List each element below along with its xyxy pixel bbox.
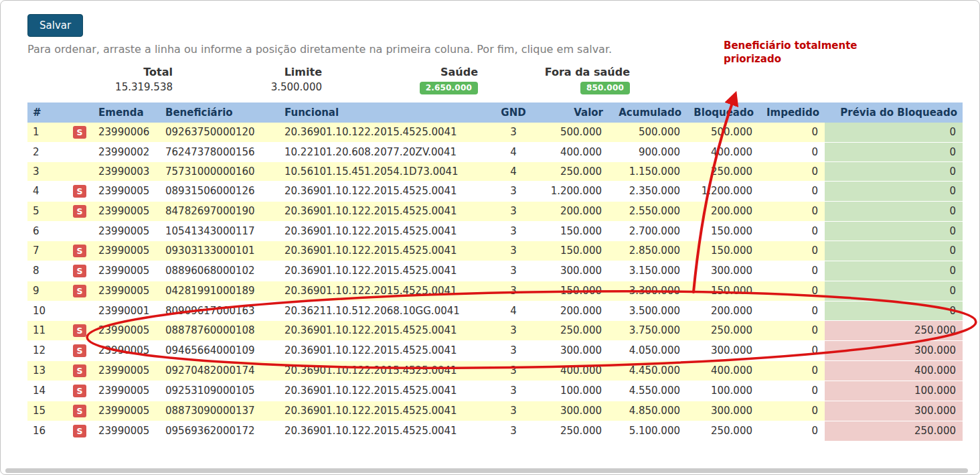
funcional-cell: 20.36901.10.122.2015.4525.0041 — [279, 241, 493, 261]
previa-cell: 250.000 — [825, 421, 963, 441]
saude-indicator-cell — [68, 221, 93, 241]
saude-indicator-cell: S — [68, 201, 93, 221]
table-row[interactable]: 14S239900050925310900010520.36901.10.122… — [27, 381, 963, 401]
previa-cell: 0 — [825, 241, 963, 261]
beneficiario-cell: 08878760000108 — [160, 320, 279, 340]
row-position-cell[interactable]: 4 — [27, 181, 68, 201]
table-row[interactable]: 5S239900058478269700019020.36901.10.122.… — [27, 201, 963, 221]
emenda-cell: 23990002 — [93, 142, 160, 161]
save-button[interactable]: Salvar — [27, 14, 83, 37]
row-position-cell[interactable]: 3 — [27, 161, 68, 181]
saude-indicator-icon: S — [73, 126, 86, 139]
acumulado-cell: 900.000 — [608, 142, 687, 161]
emenda-cell: 23990005 — [93, 221, 160, 241]
table-row[interactable]: 6239900051054134300011720.36901.10.122.2… — [27, 221, 963, 241]
acumulado-cell: 2.850.000 — [608, 241, 687, 261]
saude-indicator-cell: S — [68, 381, 93, 401]
funcional-cell: 20.36901.10.122.2015.4525.0041 — [279, 201, 493, 221]
previa-cell: 0 — [825, 201, 963, 221]
previa-cell: 0 — [825, 181, 963, 201]
row-position-cell[interactable]: 9 — [27, 281, 68, 301]
previa-cell: 0 — [825, 261, 963, 281]
row-position-cell[interactable]: 1 — [27, 123, 68, 143]
funcional-cell: 20.36901.10.122.2015.4525.0041 — [279, 261, 493, 281]
impedido-cell: 0 — [759, 360, 825, 381]
acumulado-cell: 5.100.000 — [608, 421, 687, 441]
row-position-cell[interactable]: 8 — [27, 261, 68, 281]
previa-cell: 400.000 — [825, 360, 963, 381]
row-position-cell[interactable]: 2 — [27, 142, 68, 161]
gnd-cell: 3 — [493, 221, 534, 241]
row-position-cell[interactable]: 13 — [27, 360, 68, 381]
valor-cell: 200.000 — [534, 201, 608, 221]
row-position-cell[interactable]: 6 — [27, 221, 68, 241]
table-row[interactable]: 2239900027624737800015610.22101.20.608.2… — [27, 142, 963, 161]
table-row[interactable]: 9S239900050428199100018920.36901.10.122.… — [27, 281, 963, 301]
summary-bar: Total 15.319.538 Limite 3.500.000 Saúde … — [27, 66, 961, 94]
bloqueado-cell: 300.000 — [687, 401, 759, 421]
emenda-cell: 23990005 — [93, 201, 160, 221]
impedido-cell: 0 — [759, 241, 825, 261]
beneficiario-cell: 09465664000109 — [160, 340, 279, 360]
row-position-cell[interactable]: 15 — [27, 401, 68, 421]
summary-limite: Limite 3.500.000 — [173, 66, 322, 94]
acumulado-cell: 3.500.000 — [608, 301, 687, 320]
acumulado-cell: 2.350.000 — [608, 181, 687, 201]
saude-indicator-icon: S — [73, 385, 86, 397]
impedido-cell: 0 — [759, 340, 825, 360]
beneficiario-cell: 76247378000156 — [160, 142, 279, 161]
saude-indicator-icon: S — [73, 425, 86, 437]
saude-indicator-icon: S — [73, 324, 86, 337]
horizontal-scrollbar[interactable] — [5, 468, 968, 473]
beneficiario-cell: 08931506000126 — [160, 181, 279, 201]
table-row[interactable]: 7S239900050930313300010120.36901.10.122.… — [27, 241, 963, 261]
impedido-cell: 0 — [759, 161, 825, 181]
gnd-cell: 3 — [493, 201, 534, 221]
row-position-cell[interactable]: 7 — [27, 241, 68, 261]
table-row[interactable]: 3239900037573100000016010.56101.15.451.2… — [27, 161, 963, 181]
table-row[interactable]: 1S239900060926375000012020.36901.10.122.… — [27, 123, 963, 143]
saude-indicator-cell: S — [68, 340, 93, 360]
valor-cell: 150.000 — [534, 281, 608, 301]
impedido-cell: 0 — [759, 421, 825, 441]
table-row[interactable]: 8S239900050889606800010220.36901.10.122.… — [27, 261, 963, 281]
summary-fora-da-saude-label: Fora da saúde — [478, 66, 630, 78]
column-header-pos: # — [27, 103, 68, 123]
emenda-cell: 23990005 — [93, 421, 160, 441]
table-row[interactable]: 16S239900050956936200017220.36901.10.122… — [27, 421, 963, 441]
beneficiario-cell: 75731000000160 — [160, 161, 279, 181]
row-position-cell[interactable]: 10 — [27, 301, 68, 320]
table-row[interactable]: 11S239900050887876000010820.36901.10.122… — [27, 320, 963, 340]
row-position-cell[interactable]: 11 — [27, 320, 68, 340]
emenda-cell: 23990001 — [93, 301, 160, 320]
row-position-cell[interactable]: 5 — [27, 201, 68, 221]
valor-cell: 100.000 — [534, 381, 608, 401]
table-row[interactable]: 12S239900050946566400010920.36901.10.122… — [27, 340, 963, 360]
bloqueado-cell: 200.000 — [687, 301, 759, 320]
summary-saude-label: Saúde — [322, 66, 478, 78]
valor-cell: 300.000 — [534, 401, 608, 421]
impedido-cell: 0 — [759, 261, 825, 281]
table-row[interactable]: 10239900018090961700016320.36211.10.512.… — [27, 301, 963, 320]
table-row[interactable]: 15S239900050887309000013720.36901.10.122… — [27, 401, 963, 421]
emenda-cell: 23990005 — [93, 181, 160, 201]
beneficiario-cell: 84782697000190 — [160, 201, 279, 221]
table-row[interactable]: 4S239900050893150600012620.36901.10.122.… — [27, 181, 963, 201]
impedido-cell: 0 — [759, 142, 825, 161]
row-position-cell[interactable]: 12 — [27, 340, 68, 360]
row-position-cell[interactable]: 16 — [27, 421, 68, 441]
previa-cell: 0 — [825, 221, 963, 241]
previa-cell: 0 — [825, 142, 963, 161]
table-row[interactable]: 13S239900050927048200017420.36901.10.122… — [27, 360, 963, 381]
valor-cell: 400.000 — [534, 360, 608, 381]
emenda-cell: 23990005 — [93, 381, 160, 401]
saude-indicator-cell: S — [68, 360, 93, 381]
acumulado-cell: 2.550.000 — [608, 201, 687, 221]
row-position-cell[interactable]: 14 — [27, 381, 68, 401]
saude-indicator-cell: S — [68, 241, 93, 261]
valor-cell: 200.000 — [534, 301, 608, 320]
beneficiario-cell: 09569362000172 — [160, 421, 279, 441]
acumulado-cell: 1.150.000 — [608, 161, 687, 181]
funcional-cell: 10.22101.20.608.2077.20ZV.0041 — [279, 142, 493, 161]
gnd-cell: 3 — [493, 281, 534, 301]
